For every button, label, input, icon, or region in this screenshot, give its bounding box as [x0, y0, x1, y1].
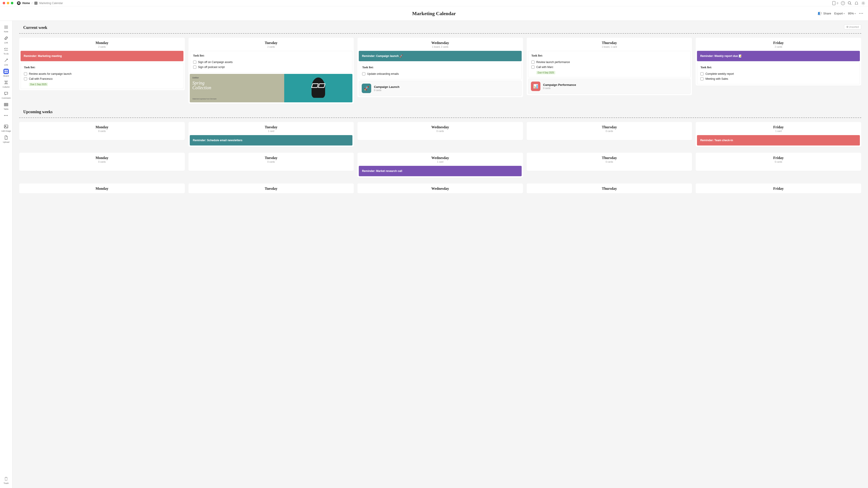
image-icon	[3, 124, 9, 129]
day-card[interactable]: Tuesday1 cardReminder: Schedule email ne…	[188, 122, 354, 147]
link-icon	[3, 35, 9, 41]
export-button[interactable]: Export ▾	[834, 12, 845, 15]
day-card[interactable]: Monday	[19, 183, 185, 193]
checkbox-icon[interactable]	[701, 72, 704, 75]
day-card[interactable]: Monday0 cards	[19, 153, 185, 171]
unsorted-button[interactable]: 0 Unsorted	[844, 24, 861, 29]
task-list-card[interactable]: Task list: Sign off on Campaign assets S…	[190, 51, 353, 72]
board-card[interactable]: 🚀 Campaign Launch0 cards	[359, 81, 522, 96]
sidebar-upload[interactable]: Upload	[1, 134, 11, 144]
checkbox-icon[interactable]	[531, 65, 534, 69]
sidebar-link[interactable]: Link	[1, 35, 11, 45]
sidebar-board[interactable]: Board	[1, 68, 11, 78]
sidebar-note[interactable]: Note	[1, 24, 11, 34]
reminder-card[interactable]: Reminder: Marketing meeting	[21, 51, 183, 61]
maximize-icon[interactable]	[11, 2, 13, 4]
checkbox-icon[interactable]	[193, 65, 196, 69]
checkbox-icon[interactable]	[24, 77, 27, 81]
sidebar-column[interactable]: Column	[1, 79, 11, 89]
add-user-icon: 👤⁺	[817, 11, 822, 16]
task-row[interactable]: Sign off on Campaign assets	[193, 60, 349, 65]
reminder-card[interactable]: Reminder: Team check-in	[697, 135, 860, 146]
day-card[interactable]: Tuesday0 cards	[188, 153, 354, 171]
board-card[interactable]: 📊 Campaign Performance0 cards	[528, 79, 691, 94]
checkbox-icon[interactable]	[362, 72, 365, 75]
page-icon	[34, 2, 37, 5]
day-card[interactable]: Wednesday1 cardReminder: Market research…	[358, 153, 523, 178]
svg-point-3	[848, 2, 850, 4]
chevron-down-icon: ▾	[855, 12, 856, 15]
task-list-card[interactable]: Task list: Review launch performance Cal…	[528, 51, 691, 77]
canvas[interactable]: 0 Unsorted Current week Monday2 cards Re…	[12, 21, 868, 488]
checkbox-icon[interactable]	[193, 61, 196, 64]
task-row[interactable]: Sign off podcast script	[193, 65, 349, 69]
checkbox-icon[interactable]	[24, 72, 27, 75]
day-card-thursday[interactable]: Thursday1 board, 1 card Task list: Revie…	[527, 38, 692, 95]
day-card[interactable]: Monday0 cards	[19, 122, 185, 140]
reminder-card[interactable]: Reminder: Weekly report due 📝	[697, 51, 860, 61]
reminder-card[interactable]: Reminder: Campaign launch 🚀	[359, 51, 522, 61]
week-row: Monday Tuesday Wednesday Thursday Friday	[19, 183, 861, 193]
sidebar-more[interactable]: •••	[1, 112, 11, 119]
day-card[interactable]: Wednesday0 cards	[358, 122, 523, 140]
checkbox-icon[interactable]	[701, 77, 704, 81]
minimize-icon[interactable]	[7, 2, 9, 4]
day-card-tuesday[interactable]: Tuesday2 cards Task list: Sign off on Ca…	[188, 38, 354, 104]
day-card[interactable]: Thursday0 cards	[527, 122, 692, 140]
breadcrumb-current[interactable]: Marketing Calendar	[39, 2, 63, 5]
line-icon	[3, 58, 9, 63]
search-icon[interactable]	[848, 1, 852, 5]
divider	[19, 118, 861, 118]
reminder-card[interactable]: Reminder: Schedule email newsletters	[190, 135, 353, 146]
task-row[interactable]: Call with Marc	[531, 65, 687, 69]
task-list-card[interactable]: Task list: Complete weekly report Meetin…	[697, 63, 860, 84]
more-button[interactable]: •••	[859, 12, 864, 15]
task-row[interactable]: Call with Francesco	[24, 77, 180, 81]
task-list-card[interactable]: Task list: Update onboarding emails	[359, 63, 522, 79]
day-card-friday[interactable]: Friday2 cards Reminder: Weekly report du…	[695, 38, 861, 86]
day-card-monday[interactable]: Monday2 cards Reminder: Marketing meetin…	[19, 38, 185, 90]
mobile-icon[interactable]	[832, 1, 836, 5]
sidebar-table[interactable]: Table	[1, 101, 11, 111]
sidebar-line[interactable]: Line	[1, 57, 11, 67]
task-list-card[interactable]: Task list: Review assets for campaign la…	[21, 63, 183, 89]
task-row[interactable]: Review assets for campaign launch	[24, 71, 180, 77]
zoom-button[interactable]: 95% ▾	[848, 12, 856, 15]
task-row[interactable]: Review launch performance	[531, 60, 687, 65]
day-card[interactable]: Tuesday	[188, 183, 354, 193]
sidebar-trash[interactable]: Trash	[1, 475, 11, 485]
sidebar-todo[interactable]: To-do	[1, 45, 11, 56]
close-icon[interactable]	[3, 2, 5, 4]
image-card[interactable]: Dekker SpringCollection Statement eyewea…	[190, 74, 353, 102]
table-icon	[3, 102, 9, 107]
bell-icon[interactable]	[855, 1, 859, 5]
day-card[interactable]: Wednesday	[358, 183, 523, 193]
day-card[interactable]: Friday1 cardReminder: Team check-in	[695, 122, 861, 147]
day-card[interactable]: Thursday	[527, 183, 692, 193]
sidebar-add-image[interactable]: Add image	[1, 123, 11, 133]
settings-icon[interactable]	[861, 1, 865, 5]
svg-rect-15	[6, 72, 8, 73]
page-title: Marketing Calendar	[412, 11, 456, 17]
board-icon	[3, 69, 9, 74]
breadcrumb-home[interactable]: Home	[22, 2, 30, 5]
share-button[interactable]: 👤⁺ Share	[817, 11, 831, 16]
app-logo-icon[interactable]: ⌘	[17, 1, 21, 5]
task-row[interactable]: Update onboarding emails	[362, 71, 518, 77]
chart-icon: 📊	[531, 82, 540, 91]
comment-icon	[3, 91, 9, 96]
reminder-card[interactable]: Reminder: Market research call	[359, 166, 522, 176]
due-badge: Due 1 Sep 2025	[29, 83, 48, 86]
svg-point-5	[863, 2, 864, 4]
sidebar-comment[interactable]: Comment	[1, 90, 11, 100]
checkbox-icon[interactable]	[531, 61, 534, 64]
chevron-down-icon: ▾	[844, 12, 845, 15]
week-row: Monday0 cards Tuesday0 cards Wednesday1 …	[19, 153, 861, 178]
help-icon[interactable]: ?	[841, 1, 845, 5]
day-card[interactable]: Friday0 cards	[695, 153, 861, 171]
day-card-wednesday[interactable]: Wednesday1 board, 2 cards Reminder: Camp…	[358, 38, 523, 97]
day-card[interactable]: Thursday0 cards	[527, 153, 692, 171]
task-row[interactable]: Complete weekly report	[701, 71, 857, 77]
day-card[interactable]: Friday	[695, 183, 861, 193]
task-row[interactable]: Meeting with Sales	[701, 77, 857, 81]
